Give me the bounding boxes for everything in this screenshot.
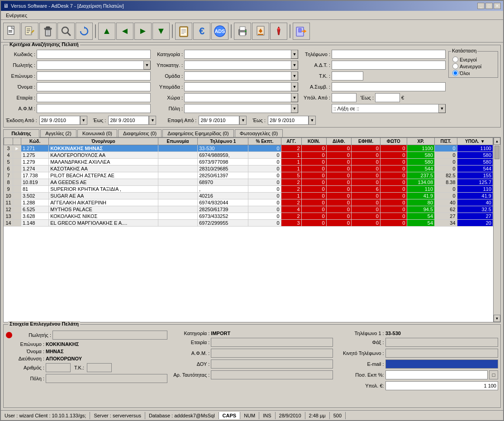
kodikos-input[interactable] xyxy=(37,50,151,59)
book-button[interactable] xyxy=(175,23,192,40)
th-koin[interactable]: ΚΟΙΝ. xyxy=(301,138,326,145)
ekdosi-eos-dropdown[interactable]: ▼ xyxy=(149,116,156,125)
tilefono-input[interactable] xyxy=(332,50,446,59)
table-row[interactable]: 3►1.271ΚΟΚΚΙΝΑΚΗΣ ΜΗΝΑΣ33-53002000011000… xyxy=(4,145,493,152)
sc-arithmos-input[interactable] xyxy=(46,363,71,372)
radio-energoi-input[interactable] xyxy=(452,57,458,62)
eponymo-input[interactable] xyxy=(37,71,151,80)
radio-oloi-input[interactable] xyxy=(452,70,458,76)
sc-posekpt-input[interactable] xyxy=(385,370,488,379)
sc-afm-input[interactable] xyxy=(211,349,333,358)
tab-koinonika[interactable]: Κοινωνικά (0) xyxy=(77,129,117,137)
table-row[interactable]: 133.628ΚΟΚΟΛΑΚΗΣ ΝΙΚΟΣ6973/4332520200005… xyxy=(4,213,493,220)
ekdosi-apo-input[interactable]: 28/ 9 /2010 xyxy=(39,116,80,125)
asymb-input[interactable] xyxy=(332,82,446,91)
epafi-eos-input[interactable]: 28/ 9 /2010 xyxy=(268,116,309,125)
epafi-apo-input[interactable]: 28/ 9 /2010 xyxy=(199,116,239,125)
tie-button[interactable] xyxy=(270,23,287,40)
sc-poli-input[interactable] xyxy=(46,374,167,383)
refresh-button[interactable] xyxy=(76,23,93,40)
scrollbar[interactable]: ▲ ▼ xyxy=(493,137,500,322)
ypol-apo-input[interactable] xyxy=(332,93,357,102)
tab-aggelies[interactable]: Αγγελίες (2) xyxy=(40,129,76,137)
onoma-input[interactable] xyxy=(37,82,151,91)
tab-diafimiseis[interactable]: Διαφημίσεις (0) xyxy=(118,129,162,137)
etairia-input[interactable] xyxy=(37,93,151,102)
sc-artautotitas-input[interactable] xyxy=(211,370,333,379)
ekdosi-apo-dropdown[interactable]: ▼ xyxy=(80,116,87,125)
new-button[interactable] xyxy=(3,23,20,40)
table-row[interactable]: 51.279ΜΑΛΑΝΔΡΑΚΗΣ ΑΧΙΛΛΕΑ6973/9770980100… xyxy=(4,159,493,166)
table-row[interactable]: 111.288ΑΓΓΕΛΑΚΗ ΑΙΚΑΤΕΡΙΝΗ6974/932044020… xyxy=(4,199,493,206)
th-foto[interactable]: ΦΩΤΟ xyxy=(380,138,407,145)
table-row[interactable]: 810.819ΑΑ GEEDES AE68970020000134.088.38… xyxy=(4,179,493,186)
omada-input[interactable] xyxy=(184,71,298,80)
nav-down-button[interactable]: ▼ xyxy=(152,23,170,40)
categoria-dropdown-btn[interactable]: ▼ xyxy=(291,50,298,59)
close-button[interactable]: ✕ xyxy=(494,3,501,9)
nav-up-button[interactable]: ▲ xyxy=(98,23,115,40)
poli-dropdown-btn[interactable]: ▼ xyxy=(291,104,298,113)
sc-etairia-input[interactable] xyxy=(211,338,333,347)
th-eponymia[interactable]: Επωνυμία xyxy=(158,138,197,145)
epafi-apo-dropdown[interactable]: ▼ xyxy=(239,116,247,125)
ypoomada-dropdown-btn[interactable]: ▼ xyxy=(291,82,298,91)
th-ekpt[interactable]: % Εκπτ. xyxy=(248,138,281,145)
ekdosi-eos-input[interactable]: 28/ 9 /2010 xyxy=(108,116,149,125)
table-row[interactable]: 717.738PILOT BEACH ΑΣΤΕΡΑΣ ΑΕ28250/61397… xyxy=(4,172,493,179)
scroll-down[interactable]: ▼ xyxy=(494,315,500,322)
tab-fotoaggelies[interactable]: Φωτοαγγελίες (0) xyxy=(235,129,283,137)
nav-right-button[interactable]: ► xyxy=(134,23,152,40)
th-kwd[interactable]: Κώδ. xyxy=(21,138,48,145)
th-xr[interactable]: ΧΡ. xyxy=(407,138,434,145)
politis-input[interactable] xyxy=(37,61,151,70)
table-row[interactable]: 141.148EL GRECO ΜΑΡΓΙΟΛΑΚΗΣ Ε Α....6972/… xyxy=(4,220,493,227)
epafi-eos-dropdown[interactable]: ▼ xyxy=(309,116,316,125)
sc-politis-input[interactable] xyxy=(52,331,167,340)
afm-input[interactable] xyxy=(37,104,151,113)
delete-button[interactable] xyxy=(39,23,57,40)
table-row[interactable]: 61.274ΚΑΣΟΤΑΚΗΣ ΑΑ28310/2968501000054405… xyxy=(4,166,493,172)
table-row[interactable]: 981SUPERIOR ΚΡΗΤΙΚΑ ΤΑΞΙΔΙΑ ,,0200601100… xyxy=(4,186,493,193)
scroll-up[interactable]: ▲ xyxy=(494,137,500,145)
th-diaf[interactable]: ΔΙΑΦ. xyxy=(326,138,352,145)
ads-button[interactable]: ADS xyxy=(211,23,228,40)
th-efim[interactable]: ΕΦΗΜ. xyxy=(352,138,380,145)
sc-fax-input[interactable] xyxy=(385,338,498,347)
th-pist[interactable]: ΠΙΣΤ. xyxy=(435,138,457,145)
lixis-dropdown-btn[interactable]: ▼ xyxy=(438,104,446,113)
th-name[interactable]: Όνομ/νυμο xyxy=(49,138,158,145)
posekpt-btn[interactable]: □ xyxy=(489,370,498,379)
chora-dropdown-btn[interactable]: ▼ xyxy=(291,93,298,102)
categoria-input[interactable] xyxy=(184,50,298,59)
tk-input[interactable] xyxy=(332,71,363,80)
table-row[interactable]: 103.502SUGAR AE ΑΑ4021601000041.9041.9 xyxy=(4,193,493,199)
th-agg[interactable]: ΑΓΓ. xyxy=(281,138,301,145)
sc-doy-input[interactable] xyxy=(211,360,333,369)
eos-input[interactable] xyxy=(375,93,400,102)
th-ypol[interactable]: ΥΠΟΛ. ▼ xyxy=(457,138,493,145)
omada-dropdown-btn[interactable]: ▼ xyxy=(291,71,298,80)
sc-tk-input[interactable] xyxy=(87,363,112,372)
minimize-button[interactable]: _ xyxy=(477,3,485,9)
scroll-thumb[interactable] xyxy=(494,146,499,159)
th-tilefono[interactable]: Τηλέφωνο 1 xyxy=(198,138,248,145)
table-row[interactable]: 41.275ΚΑΛΟΓΕΡΟΠΟΥΛΟΣ ΑΑ6974/988959,01000… xyxy=(4,152,493,159)
edit-button[interactable] xyxy=(21,23,38,40)
table-row[interactable]: 126.525MYTHOS PALACE28250/6173904000094.… xyxy=(4,206,493,213)
euro-button[interactable]: € xyxy=(193,23,210,40)
print-button[interactable] xyxy=(234,23,251,40)
ypoomada-input[interactable] xyxy=(184,82,298,91)
sc-ypol-input[interactable] xyxy=(385,381,498,390)
export-button[interactable] xyxy=(293,23,310,40)
upload-button[interactable] xyxy=(252,23,269,40)
lixis-input[interactable]: :: Λήξη σε :: xyxy=(332,104,446,113)
tab-diafimiseis-efimerides[interactable]: Διαφημίσεις Εφημερίδας (0) xyxy=(162,129,234,137)
chora-input[interactable] xyxy=(184,93,298,102)
adt-input[interactable] xyxy=(332,61,446,70)
sc-email-input[interactable] xyxy=(385,360,498,369)
radio-anenergoi-input[interactable] xyxy=(452,63,458,69)
search-button[interactable] xyxy=(57,23,75,40)
politis-dropdown-btn[interactable]: ▼ xyxy=(143,61,151,70)
tab-pelatis[interactable]: Πελάτης xyxy=(3,129,39,137)
